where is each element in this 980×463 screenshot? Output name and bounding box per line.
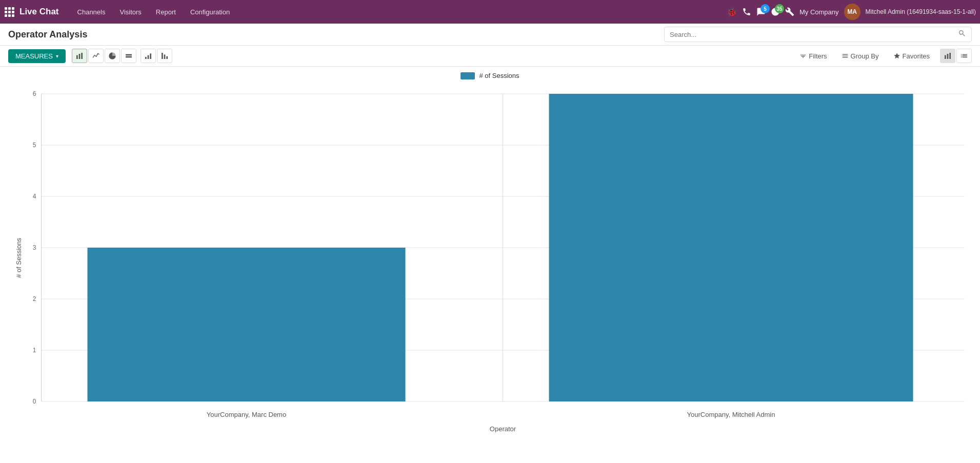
clock-icon[interactable]: 35 bbox=[771, 7, 780, 16]
svg-text:3: 3 bbox=[33, 244, 36, 251]
clock-badge: 35 bbox=[775, 4, 784, 13]
svg-text:0: 0 bbox=[33, 398, 36, 405]
x-label-marc: YourCompany, Marc Demo bbox=[207, 411, 286, 418]
svg-rect-10 bbox=[79, 54, 81, 59]
chart-container: # of Sessions # of Sessions 0 1 2 bbox=[0, 67, 980, 439]
wrench-icon[interactable] bbox=[785, 7, 794, 16]
measures-caret-icon: ▾ bbox=[56, 53, 58, 59]
toolbar: MEASURES ▾ bbox=[0, 46, 980, 67]
view-buttons bbox=[940, 49, 972, 63]
topnav-actions: 🐞 5 35 My Company MA Mitchell Admin (164… bbox=[727, 4, 976, 20]
stacked-chart-button[interactable] bbox=[121, 49, 136, 63]
phone-icon[interactable] bbox=[742, 7, 751, 16]
sort-buttons bbox=[141, 49, 172, 63]
line-chart-button[interactable] bbox=[88, 49, 104, 63]
svg-rect-11 bbox=[81, 53, 83, 59]
chart-svg-wrapper: # of Sessions 0 1 2 3 4 5 6 bbox=[0, 84, 980, 434]
grid-menu-icon[interactable] bbox=[4, 7, 14, 17]
svg-rect-17 bbox=[162, 53, 163, 59]
x-axis-label: Operator bbox=[490, 425, 516, 432]
nav-visitors[interactable]: Visitors bbox=[113, 6, 147, 18]
list-view-button[interactable] bbox=[956, 49, 972, 63]
svg-text:1: 1 bbox=[33, 347, 36, 354]
svg-text:5: 5 bbox=[33, 142, 36, 149]
app-title: Live Chat bbox=[19, 7, 59, 17]
svg-rect-6 bbox=[5, 14, 7, 17]
svg-rect-22 bbox=[949, 53, 951, 59]
favorites-label: Favorites bbox=[903, 52, 930, 60]
chart-legend: # of Sessions bbox=[0, 72, 980, 79]
svg-rect-9 bbox=[76, 55, 78, 59]
svg-rect-20 bbox=[945, 55, 946, 59]
svg-text:6: 6 bbox=[33, 90, 36, 97]
company-name[interactable]: My Company bbox=[799, 8, 839, 16]
chat-icon[interactable]: 5 bbox=[756, 7, 766, 16]
filter-group: Filters Group By Favorites bbox=[795, 50, 934, 62]
search-bar-row: Operator Analysis bbox=[0, 24, 980, 46]
x-label-mitchell: YourCompany, Mitchell Admin bbox=[687, 411, 775, 418]
svg-rect-19 bbox=[166, 56, 168, 59]
favorites-button[interactable]: Favorites bbox=[889, 50, 934, 62]
chart-view-button[interactable] bbox=[940, 49, 955, 63]
svg-rect-14 bbox=[145, 57, 147, 59]
chart-type-buttons bbox=[72, 49, 136, 63]
svg-rect-2 bbox=[12, 7, 14, 10]
page-title: Operator Analysis bbox=[8, 29, 87, 40]
bar-chart-svg: # of Sessions 0 1 2 3 4 5 6 bbox=[5, 84, 975, 432]
svg-text:2: 2 bbox=[33, 295, 36, 303]
bar-marc-demo[interactable] bbox=[88, 248, 406, 401]
svg-rect-18 bbox=[164, 54, 166, 59]
legend-label: # of Sessions bbox=[479, 72, 519, 79]
filters-button[interactable]: Filters bbox=[795, 50, 831, 62]
nav-report[interactable]: Report bbox=[150, 6, 182, 18]
svg-rect-7 bbox=[8, 14, 11, 17]
nav-configuration[interactable]: Configuration bbox=[184, 6, 236, 18]
sort-asc-button[interactable] bbox=[141, 49, 156, 63]
y-axis-label: # of Sessions bbox=[15, 237, 23, 278]
legend-color bbox=[461, 72, 475, 79]
svg-text:4: 4 bbox=[33, 193, 36, 200]
groupby-button[interactable]: Group By bbox=[837, 50, 883, 62]
svg-rect-8 bbox=[12, 14, 14, 17]
groupby-label: Group By bbox=[851, 52, 879, 60]
svg-rect-15 bbox=[148, 55, 149, 59]
search-input[interactable] bbox=[670, 31, 958, 38]
nav-menu: Channels Visitors Report Configuration bbox=[71, 6, 236, 18]
nav-channels[interactable]: Channels bbox=[71, 6, 112, 18]
svg-rect-0 bbox=[5, 7, 7, 10]
avatar[interactable]: MA bbox=[844, 4, 861, 20]
sort-desc-button[interactable] bbox=[157, 49, 172, 63]
chat-badge: 5 bbox=[761, 4, 770, 13]
svg-rect-4 bbox=[8, 11, 11, 13]
bar-mitchell-admin[interactable] bbox=[549, 94, 913, 401]
svg-rect-1 bbox=[8, 7, 11, 10]
measures-button[interactable]: MEASURES ▾ bbox=[8, 49, 66, 63]
svg-rect-12 bbox=[126, 56, 132, 58]
pie-chart-button[interactable] bbox=[105, 49, 120, 63]
bug-icon[interactable]: 🐞 bbox=[727, 7, 737, 17]
bar-chart-button[interactable] bbox=[72, 49, 87, 63]
svg-rect-16 bbox=[150, 53, 151, 59]
search-box[interactable] bbox=[664, 27, 972, 42]
filters-label: Filters bbox=[809, 52, 827, 60]
measures-label: MEASURES bbox=[15, 52, 53, 60]
search-icon[interactable] bbox=[958, 29, 966, 39]
svg-rect-5 bbox=[12, 11, 14, 13]
top-navbar: Live Chat Channels Visitors Report Confi… bbox=[0, 0, 980, 24]
username[interactable]: Mitchell Admin (16491934-saas-15-1-all) bbox=[866, 8, 976, 15]
svg-rect-13 bbox=[126, 54, 132, 56]
svg-rect-3 bbox=[5, 11, 7, 13]
svg-rect-21 bbox=[947, 54, 949, 59]
